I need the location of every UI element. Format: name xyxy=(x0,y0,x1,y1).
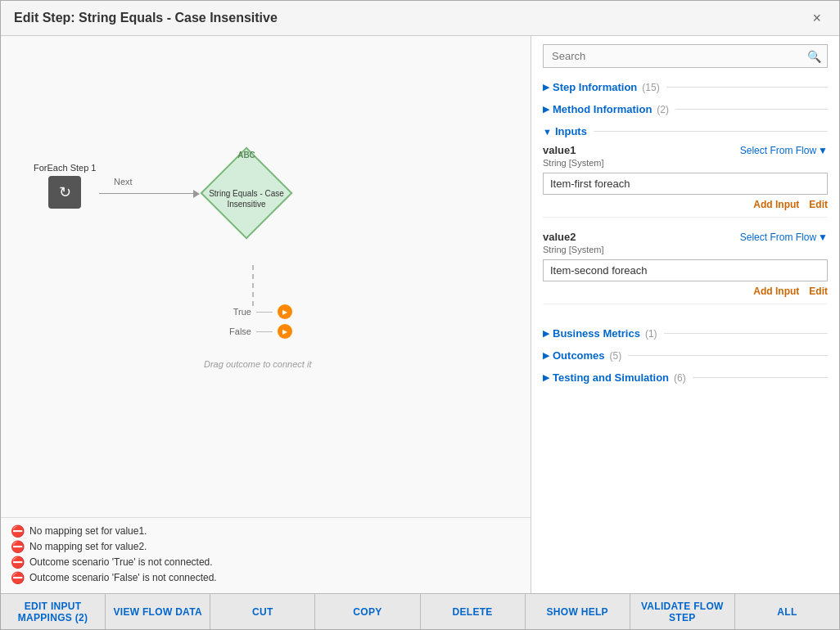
testing-toggle[interactable]: ▶ xyxy=(543,372,549,383)
method-info-count: (2) xyxy=(657,104,669,115)
foreach-step: ForEach Step 1 ↻ xyxy=(34,163,96,209)
diamond-abc-label: ABC xyxy=(237,151,255,160)
testing-section: ▶ Testing and Simulation (6) xyxy=(543,371,828,384)
outcomes-count: (5) xyxy=(610,350,622,362)
error-item-3: ⛔ Outcome scenario 'True' is not connect… xyxy=(11,556,521,569)
false-label: False xyxy=(220,326,251,336)
business-metrics-count: (1) xyxy=(645,328,657,340)
value1-select-from-flow[interactable]: Select From Flow ▼ xyxy=(740,145,828,156)
error-item-4: ⛔ Outcome scenario 'False' is not connec… xyxy=(11,571,521,584)
true-label: True xyxy=(220,307,251,317)
value1-dropdown-icon: ▼ xyxy=(818,145,828,156)
value1-label-row: value1 Select From Flow ▼ xyxy=(543,144,828,156)
footer-bar: EDIT INPUT MAPPINGS (2) VIEW FLOW DATA C… xyxy=(1,593,839,629)
value1-block: value1 Select From Flow ▼ String [System… xyxy=(543,144,828,218)
inputs-title[interactable]: Inputs xyxy=(555,125,587,137)
method-info-title[interactable]: Method Information xyxy=(553,103,652,115)
step-info-line xyxy=(666,87,828,88)
search-icon: 🔍 xyxy=(807,50,821,63)
search-box-wrap: 🔍 xyxy=(543,44,828,68)
value2-add-input[interactable]: Add Input xyxy=(753,286,799,297)
value2-label-row: value2 Select From Flow ▼ xyxy=(543,231,828,243)
error-text-3: Outcome scenario 'True' is not connected… xyxy=(29,556,213,568)
testing-line xyxy=(693,377,828,378)
value2-actions: Add Input Edit xyxy=(543,286,828,297)
business-metrics-section: ▶ Business Metrics (1) xyxy=(543,327,828,340)
value2-label: value2 xyxy=(543,231,576,243)
business-metrics-toggle[interactable]: ▶ xyxy=(543,328,549,339)
error-text-1: No mapping set for value1. xyxy=(29,525,147,537)
value2-input[interactable] xyxy=(543,259,828,281)
diamond-container: ABC String Equals - Case Insensitive xyxy=(201,151,291,241)
inputs-section-header: ▼ Inputs xyxy=(543,125,828,137)
error-icon-4: ⛔ xyxy=(11,571,25,584)
true-arrow-icon: ▶ xyxy=(282,308,287,316)
true-line xyxy=(256,312,273,313)
close-button[interactable]: × xyxy=(807,9,826,27)
connector-line xyxy=(99,193,197,194)
delete-button[interactable]: DELETE xyxy=(421,594,526,629)
false-arrow-icon: ▶ xyxy=(282,328,287,335)
false-line xyxy=(256,331,273,332)
step-info-count: (15) xyxy=(642,82,659,93)
canvas-area[interactable]: ForEach Step 1 ↻ Next ABC String Equals … xyxy=(1,36,531,517)
error-text-4: Outcome scenario 'False' is not connecte… xyxy=(29,572,217,583)
validate-flow-step-button[interactable]: VALIDATE FLOW STEP xyxy=(630,594,735,629)
value1-type: String [System] xyxy=(543,158,828,168)
true-outcome-circle[interactable]: ▶ xyxy=(278,304,292,319)
error-item-2: ⛔ No mapping set for value2. xyxy=(11,540,521,553)
edit-input-mappings-button[interactable]: EDIT INPUT MAPPINGS (2) xyxy=(1,594,106,629)
business-metrics-title[interactable]: Business Metrics xyxy=(553,327,640,340)
outcomes-title[interactable]: Outcomes xyxy=(553,349,605,362)
value2-edit[interactable]: Edit xyxy=(809,286,828,297)
error-icon-2: ⛔ xyxy=(11,540,25,553)
method-information-section: ▶ Method Information (2) xyxy=(543,103,828,115)
error-icon-1: ⛔ xyxy=(11,524,25,538)
value1-input[interactable] xyxy=(543,173,828,195)
outcomes-toggle[interactable]: ▶ xyxy=(543,350,549,361)
vert-dashed-connector xyxy=(252,265,254,306)
method-info-line xyxy=(675,109,828,110)
testing-title[interactable]: Testing and Simulation xyxy=(553,371,669,384)
title-bar: Edit Step: String Equals - Case Insensit… xyxy=(1,1,839,36)
outcomes-area: True ▶ False ▶ xyxy=(220,304,292,339)
testing-count: (6) xyxy=(674,372,686,384)
outcomes-line xyxy=(628,355,828,356)
view-flow-data-button[interactable]: VIEW FLOW DATA xyxy=(106,594,210,629)
error-panel: ⛔ No mapping set for value1. ⛔ No mappin… xyxy=(1,517,531,593)
foreach-label: ForEach Step 1 xyxy=(34,163,96,173)
diamond-text: String Equals - Case Insensitive xyxy=(201,188,291,209)
value1-label: value1 xyxy=(543,144,576,156)
value1-edit[interactable]: Edit xyxy=(809,199,828,210)
inputs-line xyxy=(594,131,828,132)
inputs-section: ▼ Inputs value1 Select From Flow ▼ Strin… xyxy=(543,122,828,317)
value2-block: value2 Select From Flow ▼ String [System… xyxy=(543,231,828,304)
business-metrics-line xyxy=(664,333,828,334)
search-input[interactable] xyxy=(543,44,828,68)
step-icon[interactable]: ↻ xyxy=(48,176,81,209)
error-item-1: ⛔ No mapping set for value1. xyxy=(11,524,521,538)
step-info-title[interactable]: Step Information xyxy=(553,81,637,93)
value2-select-from-flow[interactable]: Select From Flow ▼ xyxy=(740,232,828,243)
cut-button[interactable]: CUT xyxy=(210,594,315,629)
step-information-section: ▶ Step Information (15) xyxy=(543,81,828,93)
inputs-toggle[interactable]: ▼ xyxy=(543,127,552,137)
right-panel: 🔍 ▶ Step Information (15) ▶ Method Infor… xyxy=(531,36,839,593)
value2-type: String [System] xyxy=(543,245,828,254)
value2-dropdown-icon: ▼ xyxy=(818,232,828,243)
all-button[interactable]: ALL xyxy=(735,594,839,629)
error-icon-3: ⛔ xyxy=(11,556,25,569)
value1-actions: Add Input Edit xyxy=(543,199,828,210)
show-help-button[interactable]: SHOW HELP xyxy=(526,594,630,629)
dialog-title: Edit Step: String Equals - Case Insensit… xyxy=(14,11,278,25)
canvas-panel: ForEach Step 1 ↻ Next ABC String Equals … xyxy=(1,36,531,593)
error-text-2: No mapping set for value2. xyxy=(29,541,147,552)
value1-add-input[interactable]: Add Input xyxy=(753,199,799,210)
copy-button[interactable]: COPY xyxy=(315,594,420,629)
arrow-head xyxy=(193,190,200,198)
step-info-toggle[interactable]: ▶ xyxy=(543,82,549,92)
method-info-toggle[interactable]: ▶ xyxy=(543,104,549,115)
false-outcome-circle[interactable]: ▶ xyxy=(278,324,292,339)
next-label: Next xyxy=(114,177,133,187)
drag-hint: Drag outcome to connect it xyxy=(204,359,311,369)
